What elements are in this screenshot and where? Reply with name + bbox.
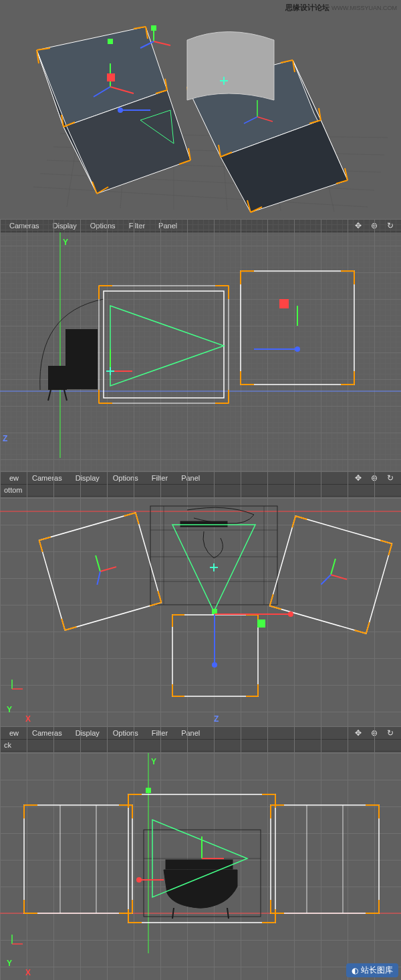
svg-rect-77 <box>257 620 265 628</box>
svg-rect-23 <box>151 25 156 31</box>
svg-point-76 <box>288 611 293 617</box>
svg-rect-41 <box>99 286 229 403</box>
svg-rect-90 <box>24 805 132 913</box>
axis-x-label: X <box>25 714 31 724</box>
svg-rect-53 <box>150 506 277 605</box>
svg-marker-43 <box>110 306 224 386</box>
axis-y-label: Y <box>151 757 156 766</box>
svg-rect-49 <box>279 299 289 308</box>
svg-rect-72 <box>212 609 217 614</box>
svg-line-24 <box>154 41 170 45</box>
svg-rect-59 <box>180 521 227 527</box>
logo-icon: ◐ <box>352 966 358 975</box>
svg-rect-28 <box>107 73 115 81</box>
svg-rect-21 <box>108 39 113 44</box>
svg-rect-93 <box>271 805 379 913</box>
axis-x-mini: X <box>25 968 31 977</box>
svg-rect-37 <box>48 366 67 390</box>
svg-rect-96 <box>146 788 151 793</box>
back-scene <box>0 726 401 955</box>
svg-point-51 <box>295 346 300 352</box>
svg-line-65 <box>96 555 100 571</box>
axis-y-mini: Y <box>7 959 12 968</box>
svg-line-86 <box>172 908 174 919</box>
viewport-right[interactable]: Cameras Display Options Filter Panel ✥ ⊕… <box>0 219 401 471</box>
right-scene <box>0 219 401 458</box>
svg-line-66 <box>100 567 116 571</box>
viewport-bottom[interactable]: ew Cameras Display Options Filter Panel … <box>0 471 401 726</box>
svg-line-70 <box>331 575 347 579</box>
axis-y-label: Y <box>7 705 12 714</box>
bottom-scene <box>0 471 401 701</box>
svg-point-27 <box>118 107 123 113</box>
axis-y-label: Y <box>63 238 68 247</box>
viewport-back[interactable]: ew Cameras Display Options Filter Panel … <box>0 726 401 980</box>
svg-line-67 <box>94 571 104 585</box>
svg-rect-85 <box>166 860 233 869</box>
svg-line-87 <box>227 908 229 919</box>
svg-line-71 <box>321 573 331 586</box>
svg-rect-36 <box>65 329 98 389</box>
perspective-scene <box>0 0 401 219</box>
axis-z-label: Z <box>3 434 7 443</box>
viewport-perspective[interactable]: 思缘设计论坛 WWW.MISSYUAN.COM <box>0 0 401 219</box>
axis-z-label: Z <box>214 714 219 724</box>
watermark-bottom: ◐ 站长图库 <box>346 963 398 977</box>
svg-point-74 <box>212 662 217 668</box>
svg-rect-42 <box>241 271 354 385</box>
svg-line-69 <box>331 559 336 575</box>
